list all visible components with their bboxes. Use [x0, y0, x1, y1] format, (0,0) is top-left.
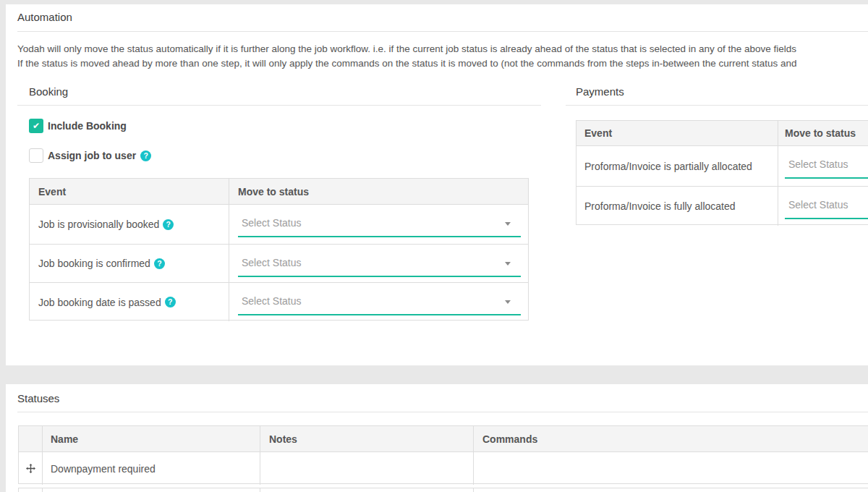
booking-row1-status-select[interactable]: Select Status — [238, 211, 521, 237]
booking-row3-status-select[interactable]: Select Status — [238, 289, 521, 315]
automation-title: Automation — [17, 11, 72, 23]
booking-event-label: Job is provisionally booked — [38, 219, 159, 230]
payments-status-cell: Select Status — [778, 146, 868, 186]
payments-header-move-to-status: Move to status — [778, 121, 868, 145]
check-icon: ✔ — [33, 121, 40, 131]
table-row: Job is provisionally booked ? Select Sta… — [30, 205, 528, 244]
move-arrows-icon — [26, 464, 35, 473]
booking-title: Booking — [29, 85, 68, 98]
automation-description: Yodah will only move the status automati… — [17, 42, 868, 70]
booking-table-header: Event Move to status — [30, 179, 528, 205]
description-line-2: If the status is moved ahead by more tha… — [17, 56, 868, 71]
help-icon[interactable]: ? — [154, 258, 165, 269]
assign-job-checkbox[interactable] — [29, 148, 43, 163]
statuses-header-name: Name — [42, 426, 260, 451]
include-booking-label: Include Booking — [48, 120, 127, 132]
booking-event-label: Job booking date is passed — [38, 297, 161, 308]
drag-handle[interactable] — [19, 452, 42, 485]
table-row: Job booking is confirmed ? Select Status — [30, 244, 528, 282]
payments-title-divider — [566, 105, 868, 106]
status-name-cell: Downpayment required — [42, 452, 260, 485]
booking-status-cell: Select Status — [229, 283, 528, 321]
payments-header-event: Event — [576, 121, 778, 145]
payments-row2-status-select[interactable]: Select Status — [785, 193, 868, 219]
chevron-down-icon — [505, 262, 511, 266]
booking-event-cell: Job booking date is passed ? — [30, 283, 229, 321]
payments-section: Payments Event Move to status Proforma/I… — [566, 80, 868, 341]
payments-events-table: Event Move to status Proforma/Invoice is… — [576, 120, 868, 225]
table-row: Proforma/Invoice is partially allocated … — [576, 146, 868, 186]
payments-event-label: Proforma/Invoice is partially allocated — [584, 161, 752, 172]
booking-header-event: Event — [30, 179, 229, 204]
table-row: Proforma/Invoice is fully allocated Sele… — [576, 186, 868, 226]
help-icon[interactable]: ? — [163, 219, 174, 230]
status-drag-cell — [19, 452, 42, 485]
statuses-header-commands: Commands — [473, 426, 868, 451]
payments-status-cell: Select Status — [778, 187, 868, 226]
column-divider — [473, 488, 474, 492]
select-placeholder: Select Status — [242, 211, 302, 235]
chevron-down-icon — [505, 222, 511, 226]
booking-event-cell: Job booking is confirmed ? — [30, 245, 229, 282]
table-row: Job booking date is passed ? Select Stat… — [30, 282, 528, 321]
statuses-header-notes: Notes — [260, 426, 473, 451]
statuses-title-divider — [17, 412, 868, 412]
booking-event-label: Job booking is confirmed — [38, 258, 150, 269]
chevron-down-icon — [505, 300, 511, 304]
booking-events-table: Event Move to status Job is provisionall… — [29, 178, 529, 321]
statuses-panel: Statuses Name Notes Commands Downp — [6, 384, 868, 492]
assign-job-row: Assign job to user ? — [29, 148, 151, 163]
booking-status-cell: Select Status — [229, 205, 528, 244]
assign-job-help-icon[interactable]: ? — [140, 150, 151, 161]
payments-event-cell: Proforma/Invoice is partially allocated — [576, 146, 778, 186]
payments-event-cell: Proforma/Invoice is fully allocated — [576, 187, 778, 226]
select-placeholder: Select Status — [788, 193, 848, 217]
automation-panel: Automation Yodah will only move the stat… — [6, 4, 868, 365]
statuses-table-header: Name Notes Commands — [19, 426, 868, 452]
automation-title-divider — [17, 31, 868, 32]
status-commands-cell — [473, 452, 868, 485]
booking-section: Booking ✔ Include Booking Assign job to … — [17, 80, 541, 341]
select-placeholder: Select Status — [242, 289, 302, 313]
select-placeholder: Select Status — [242, 251, 302, 275]
help-icon[interactable]: ? — [165, 297, 176, 308]
page-background: Automation Yodah will only move the stat… — [0, 0, 868, 492]
statuses-title: Statuses — [17, 392, 59, 404]
payments-title: Payments — [576, 85, 624, 98]
include-booking-row: ✔ Include Booking — [29, 119, 127, 133]
status-notes-cell — [260, 452, 473, 485]
booking-title-divider — [17, 105, 541, 106]
booking-row2-status-select[interactable]: Select Status — [238, 251, 521, 277]
payments-event-label: Proforma/Invoice is fully allocated — [584, 200, 736, 212]
include-booking-checkbox[interactable]: ✔ — [29, 119, 43, 133]
booking-status-cell: Select Status — [229, 245, 528, 282]
column-divider — [260, 488, 260, 492]
status-name: Downpayment required — [51, 463, 156, 475]
select-placeholder: Select Status — [788, 153, 848, 177]
statuses-table: Name Notes Commands Downpayment required — [18, 425, 868, 484]
table-row: Downpayment required — [19, 452, 868, 485]
payments-table-header: Event Move to status — [576, 121, 868, 146]
table-row-partial — [18, 488, 868, 492]
booking-event-cell: Job is provisionally booked ? — [30, 205, 229, 244]
payments-row1-status-select[interactable]: Select Status — [785, 153, 868, 179]
assign-job-label: Assign job to user — [48, 150, 136, 161]
description-line-1: Yodah will only move the status automati… — [17, 42, 868, 56]
booking-header-move-to-status: Move to status — [229, 179, 528, 204]
statuses-header-drag — [19, 426, 42, 451]
column-divider — [42, 488, 43, 492]
